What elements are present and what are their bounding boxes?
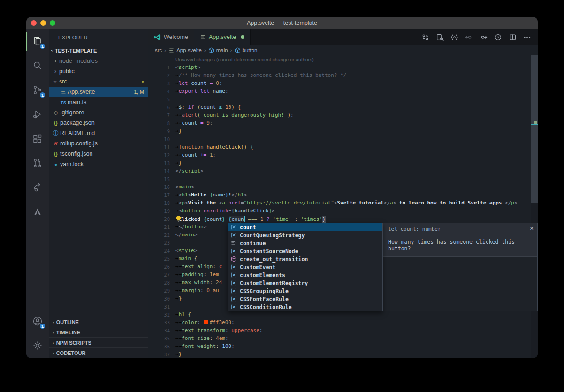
activity-azure-icon[interactable] [26,200,49,224]
close-window-button[interactable] [31,20,37,26]
activity-extensions-icon[interactable] [26,127,49,151]
code-line-16[interactable]: 16<main> [148,183,538,191]
code-line-9[interactable]: 9→} [148,127,538,135]
activity-settings-icon[interactable] [26,333,49,358]
open-changes-with-preview-icon[interactable] [436,33,444,41]
code-line-18[interactable]: 18→<p>Visit the <a href="https://svelte.… [148,199,538,207]
workspace-root-folder[interactable]: › TEST-TEMPLATE [49,45,148,56]
sidebar-panel-outline[interactable]: ›OUTLINE [49,317,148,327]
activity-explorer-icon[interactable]: 1 [26,29,49,53]
breadcrumb-item-button[interactable]: button [235,47,258,53]
activity-search-icon[interactable] [26,53,49,78]
line-number: 4 [148,89,170,94]
code-line-7[interactable]: 7→→alert(`count is dangerously high!`); [148,111,538,119]
panel-label: OUTLINE [56,319,79,325]
close-icon[interactable]: × [530,225,534,232]
symbol-module-icon [230,256,237,262]
suggest-label: CSSFontFaceRule [240,296,289,302]
code-line-6[interactable]: 6→$: if (count ≥ 10) { [148,103,538,111]
chevron-down-icon: › [52,78,59,85]
suggest-item-cssconditionrule[interactable]: CSSConditionRule [228,303,382,311]
line-content: →h1 { [175,311,191,317]
activity-github-pr-icon[interactable] [26,151,49,175]
suggest-item-customelementregistry[interactable]: CustomElementRegistry [228,279,382,287]
file-tree-item-tsconfig-json[interactable]: {}tsconfig.json [49,149,148,159]
code-line-5[interactable]: 5 [148,95,538,103]
code-line-37[interactable]: 37→} [148,350,538,358]
tab-welcome[interactable]: Welcome [148,29,194,45]
line-content: →/** How many times has someone clicked … [175,72,346,78]
code-line-35[interactable]: 35→→font-size: 4em; [148,334,538,342]
next-change-icon[interactable] [480,33,488,41]
code-line-33[interactable]: 33→→color: #ff3e00; [148,318,538,326]
file-tree-item-yarn-lock[interactable]: ●yarn.lock [49,159,148,169]
sidebar-panel-timeline[interactable]: ›TIMELINE [49,327,148,337]
file-tree-item-main-ts[interactable]: TSmain.ts [49,97,148,107]
editor-scrollbar[interactable] [531,55,538,358]
file-label: main.ts [68,99,86,106]
split-editor-icon[interactable] [509,33,517,41]
gitlens-compare-icon[interactable] [421,33,429,41]
code-editor[interactable]: countCountQueuingStrategycontinueConstan… [148,55,538,358]
file-tree-item-app-svelte[interactable]: App.svelte1, M [49,87,148,97]
code-line-12[interactable]: 12→→count += 1; [148,151,538,159]
activity-live-share-icon[interactable] [26,175,49,200]
toggle-file-blame-icon[interactable] [450,33,458,41]
suggest-item-customevent[interactable]: CustomEvent [228,263,382,271]
file-tree-item-public[interactable]: ›public [49,66,148,76]
scrollbar-thumb[interactable] [531,55,538,203]
code-line-14[interactable]: 14</script> [148,167,538,175]
more-actions-icon[interactable] [523,33,531,41]
code-line-34[interactable]: 34→→text-transform: uppercase; [148,326,538,334]
file-tree-item--gitignore[interactable]: ◇.gitignore [49,107,148,118]
code-line-17[interactable]: 17→<h1>Hello {name}!</h1> [148,191,538,199]
activity-source-control-icon[interactable]: 1 [26,78,49,102]
lightbulb-icon[interactable] [175,215,182,222]
file-tree-item-node-modules[interactable]: ›node_modules [49,56,148,66]
code-line-3[interactable]: 3→let count = 0; [148,79,538,87]
minimize-window-button[interactable] [40,20,46,26]
code-line-32[interactable]: 32→h1 { [148,310,538,318]
suggest-item-count[interactable]: count [228,223,382,231]
code-line-36[interactable]: 36→→font-weight: 100; [148,342,538,350]
code-line-15[interactable]: 15 [148,175,538,183]
code-line-19[interactable]: 19→<button on:click={handleClick}> [148,207,538,215]
file-tree-item-readme-md[interactable]: ⓘREADME.md [49,128,148,138]
suggest-item-cssfontfacerule[interactable]: CSSFontFaceRule [228,295,382,303]
suggest-item-create_out_transition[interactable]: create_out_transition [228,255,382,263]
suggest-item-constantsourcenode[interactable]: ConstantSourceNode [228,247,382,255]
file-tree-item-rollup-config-js[interactable]: Rrollup.config.js [49,138,148,149]
breadcrumb-item-main[interactable]: main [208,47,228,53]
breadcrumb-item-app-svelte[interactable]: App.svelte [168,47,202,53]
code-line-1[interactable]: 1<script> [148,63,538,71]
file-tree-item-src[interactable]: ›src● [49,76,148,87]
git-status-badge: 1, M [134,89,144,95]
maximize-window-button[interactable] [50,20,55,26]
line-content: </script> [175,168,204,174]
suggest-item-countqueuingstrategy[interactable]: CountQueuingStrategy [228,231,382,239]
tab-app-svelte[interactable]: App.svelte [194,29,251,45]
code-line-4[interactable]: 4→export let name; [148,87,538,95]
file-tree: ›node_modules›public›src●App.svelte1, MT… [49,56,148,169]
code-line-13[interactable]: 13→} [148,159,538,167]
line-content: →function handleClick() { [175,144,253,150]
code-line-11[interactable]: 11→function handleClick() { [148,143,538,151]
code-line-8[interactable]: 8→→count = 9; [148,119,538,127]
suggest-item-cssgroupingrule[interactable]: CSSGroupingRule [228,287,382,295]
suggest-item-customelements[interactable]: customElements [228,271,382,279]
sidebar-panel-npm-scripts[interactable]: ›NPM SCRIPTS [49,337,148,347]
activity-account-icon[interactable]: 1 [26,309,49,333]
breadcrumb-item-src[interactable]: src [155,47,162,53]
activity-run-debug-icon[interactable] [26,102,49,127]
previous-change-icon[interactable] [465,33,473,41]
explorer-more-actions-icon[interactable]: ··· [133,34,141,41]
code-line-10[interactable]: 10 [148,135,538,143]
code-line-2[interactable]: 2→/** How many times has someone clicked… [148,71,538,79]
code-line-20[interactable]: 20→Clicked {count} {coun === 1 ? 'time' … [148,215,538,223]
file-history-icon[interactable] [494,33,502,41]
suggest-item-continue[interactable]: continue [228,239,382,247]
line-number: 31 [148,304,170,309]
file-tree-item-package-json[interactable]: {}package.json [49,118,148,128]
activity-badge: 1 [39,91,46,98]
sidebar-panel-codetour[interactable]: ›CODETOUR [49,347,148,358]
